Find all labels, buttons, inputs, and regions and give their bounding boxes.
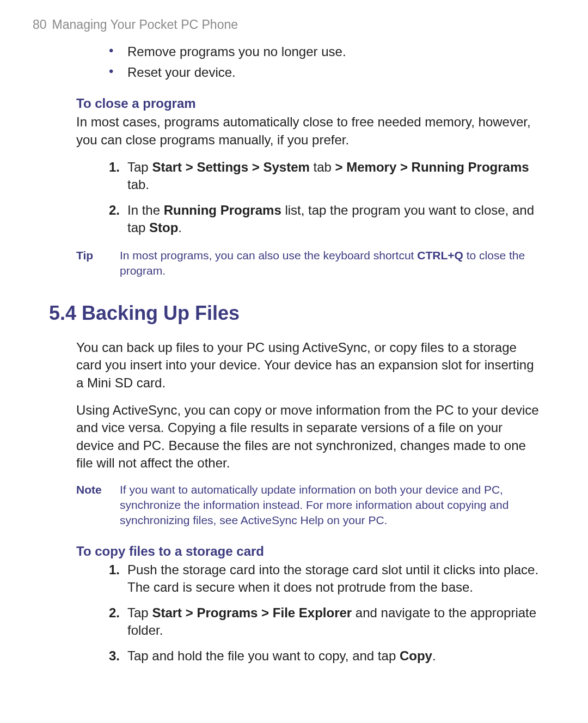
step-item: Tap Start > Programs > File Explorer and… (109, 604, 539, 640)
tip-body: In most programs, you can also use the k… (120, 248, 539, 279)
tip-label: Tip (76, 248, 120, 279)
step-bold: > Memory > Running Programs (335, 160, 529, 174)
steps-copy-card: Push the storage card into the storage c… (76, 561, 539, 665)
list-item: Reset your device. (109, 64, 539, 81)
step-bold: Stop (149, 220, 178, 235)
step-text: tab (310, 160, 335, 174)
note-callout: Note If you want to automatically update… (76, 482, 539, 528)
tip-bold: CTRL+Q (417, 249, 463, 262)
subheading-close-program: To close a program (76, 95, 539, 112)
step-text: Tap and hold the file you want to copy, … (127, 648, 400, 663)
step-bold: Start > Programs > File Explorer (152, 605, 352, 620)
section-content: You can back up files to your PC using A… (76, 339, 539, 665)
step-bold: Copy (400, 648, 432, 663)
paragraph: You can back up files to your PC using A… (76, 339, 539, 392)
step-text: Tap (127, 160, 152, 174)
list-item: Remove programs you no longer use. (109, 43, 539, 60)
note-label: Note (76, 482, 120, 528)
step-item: In the Running Programs list, tap the pr… (109, 202, 539, 237)
step-item: Tap and hold the file you want to copy, … (109, 647, 539, 665)
tip-text: In most programs, you can also use the k… (120, 249, 417, 262)
subheading-copy-card: To copy files to a storage card (76, 543, 539, 560)
page-header: 80Managing Your Pocket PC Phone (33, 16, 555, 33)
tip-callout: Tip In most programs, you can also use t… (76, 248, 539, 279)
paragraph: In most cases, programs automatically cl… (76, 113, 539, 149)
step-item: Tap Start > Settings > System tab > Memo… (109, 159, 539, 194)
section-heading-5-4: 5.4 Backing Up Files (49, 300, 555, 327)
section-title: Backing Up Files (82, 302, 240, 324)
note-body: If you want to automatically update info… (120, 482, 539, 528)
intro-bullet-list: Remove programs you no longer use. Reset… (76, 43, 539, 82)
steps-close-program: Tap Start > Settings > System tab > Memo… (76, 159, 539, 237)
paragraph: Using ActiveSync, you can copy or move i… (76, 402, 539, 472)
step-bold: Start > Settings > System (152, 160, 309, 174)
step-text: . (432, 648, 436, 663)
step-text: tab. (127, 177, 149, 192)
content: Remove programs you no longer use. Reset… (76, 43, 539, 278)
step-text: . (178, 220, 182, 235)
step-text: In the (127, 203, 164, 217)
step-text: Tap (127, 605, 152, 620)
chapter-title: Managing Your Pocket PC Phone (52, 17, 238, 32)
step-item: Push the storage card into the storage c… (109, 561, 539, 597)
section-number: 5.4 (49, 302, 76, 324)
page-number: 80 (33, 17, 47, 32)
step-bold: Running Programs (164, 203, 281, 217)
step-text: Push the storage card into the storage c… (127, 562, 538, 594)
